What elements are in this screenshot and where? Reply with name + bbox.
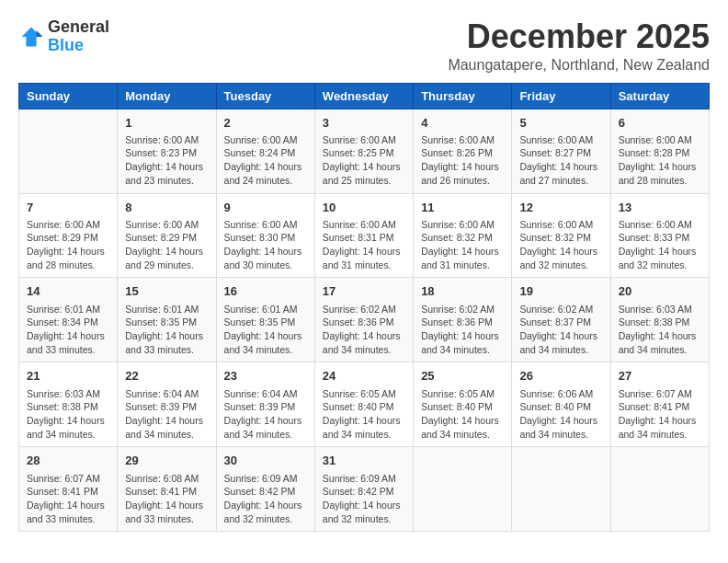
logo: General Blue <box>18 18 109 55</box>
calendar-body: 1Sunrise: 6:00 AMSunset: 8:23 PMDaylight… <box>19 109 710 532</box>
day-cell: 21Sunrise: 6:03 AMSunset: 8:38 PMDayligh… <box>19 362 118 447</box>
logo-text: General Blue <box>48 18 109 55</box>
day-info: Sunrise: 6:09 AMSunset: 8:42 PMDaylight:… <box>224 472 307 526</box>
title-section: December 2025 Maungatapere, Northland, N… <box>448 18 710 74</box>
day-number: 17 <box>323 283 405 300</box>
day-number: 21 <box>27 368 109 385</box>
day-info: Sunrise: 6:00 AMSunset: 8:27 PMDaylight:… <box>519 133 602 188</box>
day-info: Sunrise: 6:00 AMSunset: 8:31 PMDaylight:… <box>323 218 405 272</box>
day-number: 20 <box>619 283 701 300</box>
day-cell: 12Sunrise: 6:00 AMSunset: 8:32 PMDayligh… <box>512 193 610 278</box>
day-cell: 13Sunrise: 6:00 AMSunset: 8:33 PMDayligh… <box>610 193 709 278</box>
col-sunday: Sunday <box>19 83 118 109</box>
day-info: Sunrise: 6:04 AMSunset: 8:39 PMDaylight:… <box>224 387 307 442</box>
day-cell: 16Sunrise: 6:01 AMSunset: 8:35 PMDayligh… <box>216 278 314 362</box>
page-container: General Blue December 2025 Maungatapere,… <box>18 18 710 532</box>
day-cell: 5Sunrise: 6:00 AMSunset: 8:27 PMDaylight… <box>512 109 610 193</box>
calendar-table: Sunday Monday Tuesday Wednesday Thursday… <box>18 83 710 533</box>
day-info: Sunrise: 6:07 AMSunset: 8:41 PMDaylight:… <box>27 472 109 526</box>
day-cell <box>610 447 709 532</box>
week-row-5: 28Sunrise: 6:07 AMSunset: 8:41 PMDayligh… <box>19 447 710 532</box>
day-number: 14 <box>27 283 109 300</box>
col-wednesday: Wednesday <box>314 83 413 109</box>
day-number: 1 <box>125 115 208 132</box>
header: General Blue December 2025 Maungatapere,… <box>18 18 710 74</box>
day-cell: 27Sunrise: 6:07 AMSunset: 8:41 PMDayligh… <box>610 362 709 447</box>
day-number: 15 <box>125 283 208 300</box>
day-cell: 6Sunrise: 6:00 AMSunset: 8:28 PMDaylight… <box>610 109 709 193</box>
col-thursday: Thursday <box>414 83 512 109</box>
week-row-1: 1Sunrise: 6:00 AMSunset: 8:23 PMDaylight… <box>19 109 710 193</box>
day-number: 6 <box>619 115 701 132</box>
day-info: Sunrise: 6:00 AMSunset: 8:30 PMDaylight:… <box>224 218 307 272</box>
day-cell: 15Sunrise: 6:01 AMSunset: 8:35 PMDayligh… <box>118 278 216 362</box>
day-number: 5 <box>519 115 602 132</box>
day-info: Sunrise: 6:07 AMSunset: 8:41 PMDaylight:… <box>619 387 701 442</box>
day-info: Sunrise: 6:03 AMSunset: 8:38 PMDaylight:… <box>619 303 701 357</box>
day-number: 2 <box>224 115 307 132</box>
day-number: 22 <box>125 368 208 385</box>
day-info: Sunrise: 6:05 AMSunset: 8:40 PMDaylight:… <box>323 387 405 442</box>
day-cell: 29Sunrise: 6:08 AMSunset: 8:41 PMDayligh… <box>118 447 216 532</box>
day-info: Sunrise: 6:00 AMSunset: 8:25 PMDaylight:… <box>323 133 405 188</box>
day-info: Sunrise: 6:08 AMSunset: 8:41 PMDaylight:… <box>125 472 208 526</box>
day-number: 29 <box>125 453 208 469</box>
day-info: Sunrise: 6:09 AMSunset: 8:42 PMDaylight:… <box>323 472 405 526</box>
day-cell: 17Sunrise: 6:02 AMSunset: 8:36 PMDayligh… <box>314 278 413 362</box>
day-cell: 4Sunrise: 6:00 AMSunset: 8:26 PMDaylight… <box>414 109 512 193</box>
day-info: Sunrise: 6:02 AMSunset: 8:36 PMDaylight:… <box>323 303 405 357</box>
day-info: Sunrise: 6:00 AMSunset: 8:32 PMDaylight:… <box>421 218 504 272</box>
day-number: 18 <box>421 283 504 300</box>
day-info: Sunrise: 6:03 AMSunset: 8:38 PMDaylight:… <box>27 387 109 442</box>
day-cell: 28Sunrise: 6:07 AMSunset: 8:41 PMDayligh… <box>19 447 118 532</box>
day-number: 19 <box>519 283 602 300</box>
day-info: Sunrise: 6:00 AMSunset: 8:29 PMDaylight:… <box>27 218 109 272</box>
day-cell: 22Sunrise: 6:04 AMSunset: 8:39 PMDayligh… <box>118 362 216 447</box>
day-number: 23 <box>224 368 307 385</box>
week-row-4: 21Sunrise: 6:03 AMSunset: 8:38 PMDayligh… <box>19 362 710 447</box>
day-info: Sunrise: 6:04 AMSunset: 8:39 PMDaylight:… <box>125 387 208 442</box>
day-cell: 20Sunrise: 6:03 AMSunset: 8:38 PMDayligh… <box>610 278 709 362</box>
day-info: Sunrise: 6:01 AMSunset: 8:35 PMDaylight:… <box>224 303 307 357</box>
day-cell: 24Sunrise: 6:05 AMSunset: 8:40 PMDayligh… <box>314 362 413 447</box>
day-number: 9 <box>224 200 307 216</box>
day-number: 24 <box>323 368 405 385</box>
day-cell <box>414 447 512 532</box>
day-number: 13 <box>619 200 701 216</box>
day-info: Sunrise: 6:00 AMSunset: 8:32 PMDaylight:… <box>519 218 602 272</box>
day-cell: 1Sunrise: 6:00 AMSunset: 8:23 PMDaylight… <box>118 109 216 193</box>
day-number: 12 <box>519 200 602 216</box>
day-info: Sunrise: 6:00 AMSunset: 8:33 PMDaylight:… <box>619 218 701 272</box>
day-info: Sunrise: 6:00 AMSunset: 8:26 PMDaylight:… <box>421 133 504 188</box>
day-cell: 14Sunrise: 6:01 AMSunset: 8:34 PMDayligh… <box>19 278 118 362</box>
day-cell: 10Sunrise: 6:00 AMSunset: 8:31 PMDayligh… <box>314 193 413 278</box>
day-cell: 11Sunrise: 6:00 AMSunset: 8:32 PMDayligh… <box>414 193 512 278</box>
day-info: Sunrise: 6:01 AMSunset: 8:34 PMDaylight:… <box>27 303 109 357</box>
day-cell: 23Sunrise: 6:04 AMSunset: 8:39 PMDayligh… <box>216 362 314 447</box>
logo-icon <box>18 24 44 50</box>
day-number: 11 <box>421 200 504 216</box>
day-number: 26 <box>519 368 602 385</box>
day-info: Sunrise: 6:02 AMSunset: 8:37 PMDaylight:… <box>519 303 602 357</box>
day-cell: 3Sunrise: 6:00 AMSunset: 8:25 PMDaylight… <box>314 109 413 193</box>
day-number: 27 <box>619 368 701 385</box>
col-friday: Friday <box>512 83 610 109</box>
day-info: Sunrise: 6:00 AMSunset: 8:29 PMDaylight:… <box>125 218 208 272</box>
day-number: 31 <box>323 453 405 469</box>
day-cell: 9Sunrise: 6:00 AMSunset: 8:30 PMDaylight… <box>216 193 314 278</box>
col-saturday: Saturday <box>610 83 709 109</box>
day-number: 7 <box>27 200 109 216</box>
day-info: Sunrise: 6:00 AMSunset: 8:28 PMDaylight:… <box>619 133 701 188</box>
day-cell: 26Sunrise: 6:06 AMSunset: 8:40 PMDayligh… <box>512 362 610 447</box>
day-info: Sunrise: 6:02 AMSunset: 8:36 PMDaylight:… <box>421 303 504 357</box>
day-number: 4 <box>421 115 504 132</box>
day-info: Sunrise: 6:05 AMSunset: 8:40 PMDaylight:… <box>421 387 504 442</box>
day-cell: 25Sunrise: 6:05 AMSunset: 8:40 PMDayligh… <box>414 362 512 447</box>
day-info: Sunrise: 6:01 AMSunset: 8:35 PMDaylight:… <box>125 303 208 357</box>
location-title: Maungatapere, Northland, New Zealand <box>448 57 710 74</box>
header-row: Sunday Monday Tuesday Wednesday Thursday… <box>19 83 710 109</box>
day-cell: 18Sunrise: 6:02 AMSunset: 8:36 PMDayligh… <box>414 278 512 362</box>
day-info: Sunrise: 6:00 AMSunset: 8:24 PMDaylight:… <box>224 133 307 188</box>
day-cell <box>19 109 118 193</box>
calendar-header: Sunday Monday Tuesday Wednesday Thursday… <box>19 83 710 109</box>
